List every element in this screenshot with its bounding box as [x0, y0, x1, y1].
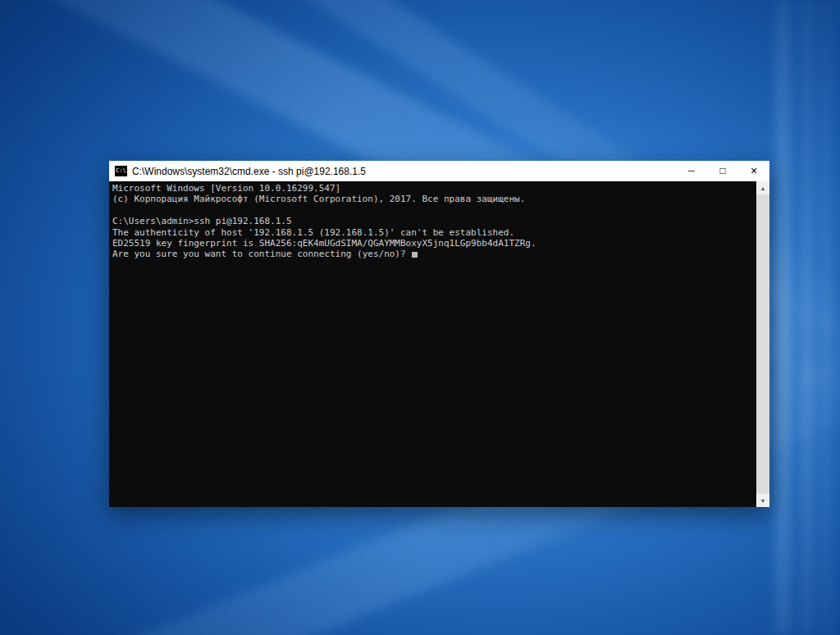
terminal-prompt-text: Are you sure you want to continue connec… — [112, 249, 411, 259]
title-bar[interactable]: C:\ C:\Windows\system32\cmd.exe - ssh pi… — [109, 161, 769, 181]
close-icon: ✕ — [750, 167, 757, 176]
close-button[interactable]: ✕ — [738, 161, 769, 181]
wallpaper-light-beam — [776, 0, 791, 635]
maximize-icon: □ — [719, 166, 725, 176]
scroll-up-button[interactable]: ▲ — [756, 181, 769, 194]
terminal-output: Microsoft Windows [Version 10.0.16299.54… — [109, 181, 756, 507]
terminal-line: C:\Users\admin>ssh pi@192.168.1.5 — [112, 216, 753, 226]
terminal-line: Microsoft Windows [Version 10.0.16299.54… — [112, 183, 753, 194]
wallpaper-light-beam — [822, 0, 829, 635]
minimize-icon: ─ — [688, 167, 695, 176]
vertical-scrollbar[interactable]: ▲ ▼ — [756, 181, 769, 507]
terminal-line: ED25519 key fingerprint is SHA256:qEK4mU… — [112, 238, 753, 249]
text-cursor — [412, 252, 418, 258]
minimize-button[interactable]: ─ — [676, 161, 707, 181]
terminal-prompt-line: Are you sure you want to continue connec… — [112, 249, 753, 259]
cmd-window: C:\ C:\Windows\system32\cmd.exe - ssh pi… — [109, 161, 769, 507]
scrollbar-thumb[interactable] — [756, 194, 769, 494]
wallpaper-light-beam — [802, 0, 812, 635]
maximize-button[interactable]: □ — [707, 161, 738, 181]
terminal-screen[interactable]: Microsoft Windows [Version 10.0.16299.54… — [109, 181, 769, 507]
window-title: C:\Windows\system32\cmd.exe - ssh pi@192… — [132, 166, 676, 177]
cmd-icon[interactable]: C:\ — [115, 166, 127, 176]
terminal-line — [112, 205, 753, 216]
window-controls: ─ □ ✕ — [676, 161, 769, 181]
terminal-line: The authenticity of host '192.168.1.5 (1… — [112, 227, 753, 238]
terminal-line: (c) Корпорация Майкрософт (Microsoft Cor… — [112, 194, 753, 204]
scroll-down-button[interactable]: ▼ — [756, 494, 769, 507]
